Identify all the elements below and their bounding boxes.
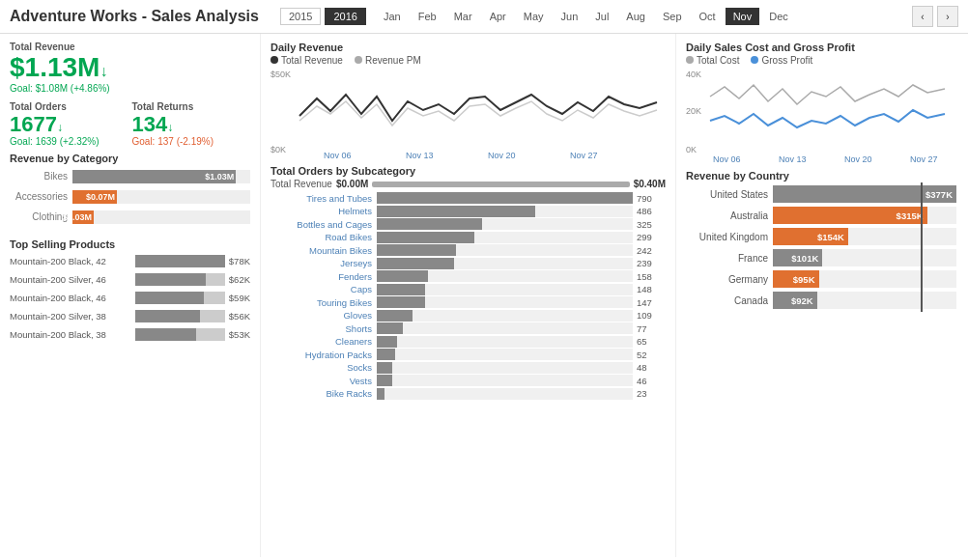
month-jan[interactable]: Jan	[376, 8, 409, 25]
country-bar-value: $92K	[791, 295, 813, 306]
daily-revenue-legend: Total Revenue Revenue PM	[270, 55, 666, 66]
svg-text:$50K: $50K	[270, 70, 291, 79]
subcat-bar-value: 242	[637, 245, 666, 256]
subcat-bar-wrap	[377, 296, 633, 308]
subcat-bar-value: 299	[637, 232, 666, 242]
subcat-label: Mountain Bikes	[270, 245, 377, 256]
svg-text:Nov 06: Nov 06	[324, 151, 352, 159]
subcat-bar-value: 52	[637, 350, 666, 360]
revenue-by-country: Revenue by Country United States $377K A…	[686, 170, 956, 313]
subcat-bar-value: 65	[637, 336, 666, 347]
country-bar-container: $92K	[773, 292, 956, 309]
svg-text:40K: 40K	[686, 70, 701, 79]
country-bar-container: $315K	[773, 207, 956, 224]
category-bar-fill: $0.03M	[72, 210, 94, 224]
year-navigation: 2015 2016	[280, 8, 366, 25]
country-bar-container: $95K	[773, 270, 956, 288]
country-bar-value: $377K	[925, 189, 953, 200]
rev-pm-dot	[355, 56, 362, 64]
subcat-bar-row: Touring Bikes 147	[270, 296, 666, 308]
subcat-bar-row: Mountain Bikes 242	[270, 244, 666, 256]
svg-text:Nov 13: Nov 13	[406, 151, 434, 159]
subcat-bar-fill	[377, 336, 397, 348]
next-arrow[interactable]: ›	[937, 6, 958, 27]
subcat-range: Total Revenue $0.00M $0.40M	[270, 179, 666, 189]
subcat-bar-wrap	[377, 322, 633, 334]
country-bar-row: France $101K	[686, 249, 956, 266]
month-may[interactable]: May	[516, 8, 552, 25]
product-bar-fill	[135, 328, 196, 341]
subcat-bar-fill	[377, 284, 425, 295]
subcat-bar-fill	[377, 218, 482, 230]
subcat-bar-wrap	[377, 388, 633, 400]
month-jul[interactable]: Jul	[587, 8, 616, 25]
month-apr[interactable]: Apr	[482, 8, 514, 25]
country-bar-fill: $154K	[773, 228, 848, 245]
subcat-bar-value: 486	[637, 206, 666, 216]
product-bar-fill	[135, 292, 204, 304]
subcat-bar-fill	[377, 244, 456, 256]
subcat-bar-value: 239	[637, 258, 666, 268]
app-title: Adventure Works - Sales Analysis	[10, 8, 261, 25]
svg-text:Nov 27: Nov 27	[570, 151, 598, 159]
product-bar-row: Mountain-200 Silver, 46 $62K	[10, 272, 250, 288]
daily-cost-legend: Total Cost Gross Profit	[686, 55, 956, 66]
country-label: United Kingdom	[686, 232, 773, 242]
subcat-bar-row: Jerseys 239	[270, 258, 666, 269]
month-navigation: JanFebMarAprMayJunJulAugSepOctNovDec	[376, 8, 796, 25]
month-dec[interactable]: Dec	[761, 8, 796, 25]
subcat-bar-value: 790	[637, 193, 666, 204]
subcat-bar-wrap	[377, 349, 633, 360]
subcat-bar-wrap	[377, 336, 633, 348]
subcat-label: Hydration Packs	[270, 350, 377, 360]
year-2016[interactable]: 2016	[325, 8, 365, 25]
daily-revenue-title: Daily Revenue	[270, 42, 666, 53]
country-bar-fill: $377K	[773, 185, 956, 203]
country-line	[921, 225, 923, 248]
svg-text:$0K: $0K	[270, 145, 286, 154]
subcat-bar-wrap	[377, 310, 633, 322]
month-feb[interactable]: Feb	[411, 8, 444, 25]
subcat-bars-container: Tires and Tubes 790 Helmets 486 Bottles …	[270, 192, 666, 400]
prev-arrow[interactable]: ‹	[912, 6, 933, 27]
month-oct[interactable]: Oct	[692, 8, 724, 25]
total-rev-dot	[270, 56, 278, 64]
total-revenue-goal: Goal: $1.08M (+4.86%)	[10, 83, 250, 94]
category-bar-fill: $0.07M	[72, 190, 117, 204]
year-2015[interactable]: 2015	[280, 8, 321, 25]
country-bar-fill: $101K	[773, 249, 822, 266]
subcat-bar-row: Bottles and Cages 325	[270, 218, 666, 230]
subcat-label: Fenders	[270, 271, 377, 282]
month-sep[interactable]: Sep	[655, 8, 690, 25]
country-bar-fill: $95K	[773, 270, 819, 288]
subcat-bar-wrap	[377, 375, 633, 386]
daily-cost-title: Daily Sales Cost and Gross Profit	[686, 42, 956, 53]
subcat-label: Socks	[270, 362, 377, 373]
subcat-bar-value: 48	[637, 362, 666, 373]
total-revenue-label: Total Revenue	[10, 42, 250, 52]
country-label: Australia	[686, 210, 773, 221]
product-bar-container	[135, 273, 225, 286]
subcat-label: Bottles and Cages	[270, 219, 377, 230]
country-line	[921, 267, 923, 291]
subcat-bar-wrap	[377, 192, 633, 204]
subcat-bar-wrap	[377, 270, 633, 282]
total-cost-dot	[686, 56, 694, 64]
total-returns-value: 134↓	[132, 113, 251, 136]
svg-text:Nov 06: Nov 06	[713, 154, 741, 164]
subcat-bar-fill	[377, 192, 633, 204]
month-nov[interactable]: Nov	[726, 8, 760, 25]
month-mar[interactable]: Mar	[446, 8, 480, 25]
month-jun[interactable]: Jun	[554, 8, 586, 25]
month-aug[interactable]: Aug	[618, 8, 653, 25]
country-bar-container: $377K	[773, 185, 956, 203]
category-bar-value: $0.03M	[63, 212, 92, 222]
product-label: Mountain-200 Black, 38	[10, 329, 135, 340]
country-bar-fill: $315K	[773, 207, 927, 224]
subcat-bar-value: 147	[637, 297, 666, 308]
subcat-bar-value: 77	[637, 323, 666, 334]
subcat-bar-wrap	[377, 258, 633, 269]
country-bars: United States $377K Australia $315K Unit…	[686, 185, 956, 309]
country-bar-value: $101K	[791, 253, 818, 264]
product-bar-value: $56K	[229, 311, 250, 322]
